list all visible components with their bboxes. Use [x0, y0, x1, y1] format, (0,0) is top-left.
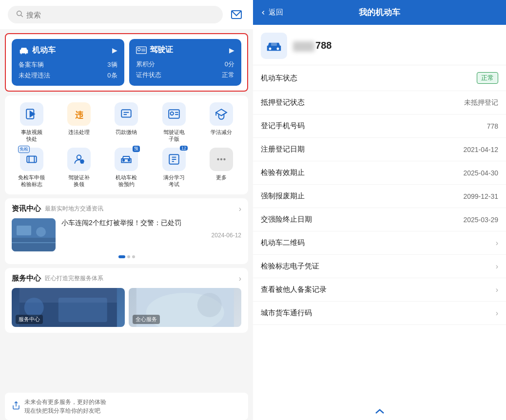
detail-row-status: 机动车状态 正常: [253, 65, 506, 91]
detail-label-qr: 机动车二维码: [261, 238, 305, 248]
service-fine[interactable]: 罚款缴纳: [104, 102, 149, 143]
right-panel: 返回 我的机动车 2842788 机动车状态 正常 抵押登记状态: [253, 0, 506, 420]
service-more[interactable]: 更多: [199, 148, 244, 188]
svg-point-24: [128, 159, 130, 161]
services-grid: 事故视频快处 违 违法处理 罚款缴纳: [9, 102, 244, 188]
svg-point-6: [137, 48, 140, 51]
svg-text:违: 违: [76, 110, 84, 120]
news-date: 2024-06-12: [61, 232, 241, 239]
detail-row-qr[interactable]: 机动车二维码 ›: [253, 231, 506, 255]
motor-vehicle-card[interactable]: 机动车 ▶ 备案车辆 3辆 未处理违法 0条: [12, 39, 124, 86]
left-footer: 未来会有更多服务，更好的体验 现在快把我分享给你的好友吧: [5, 393, 248, 420]
violation-icon: 违: [67, 102, 91, 126]
back-button[interactable]: 返回: [260, 8, 283, 17]
svg-point-30: [220, 158, 222, 160]
detail-label-phone: 登记手机号码: [261, 121, 305, 131]
svg-point-23: [123, 159, 124, 161]
sc-label-1: 服务中心: [16, 315, 43, 324]
dl-reissue-icon: 6: [67, 148, 91, 171]
dl-label-1: 累积分: [136, 60, 155, 69]
service-violation[interactable]: 违 违法处理: [56, 102, 101, 143]
sc-arrow[interactable]: ›: [239, 274, 241, 283]
detail-row-cert[interactable]: 检验标志电子凭证 ›: [253, 255, 506, 278]
detail-value-phone: 778: [487, 122, 498, 130]
share-icon: [12, 401, 20, 412]
svg-point-31: [224, 158, 226, 160]
service-label-fine: 罚款缴纳: [116, 129, 137, 135]
detail-value-scrap-date: 2099-12-31: [463, 192, 498, 200]
fine-icon: [115, 102, 138, 126]
car-val-1: 3辆: [107, 60, 117, 69]
dl-digital-icon: [162, 102, 186, 126]
svg-point-16: [170, 112, 174, 115]
dl-card-header: 驾驶证 ▶: [136, 45, 235, 55]
svg-point-29: [217, 158, 219, 160]
detail-arrow-qr: ›: [496, 239, 498, 248]
svg-point-3: [21, 51, 22, 52]
detail-label-truck-code: 城市货车通行码: [261, 308, 312, 318]
sc-title: 服务中心: [12, 274, 41, 283]
detail-list: 机动车状态 正常 抵押登记状态 未抵押登记 登记手机号码 778 注册登记日期 …: [253, 65, 506, 403]
cards-section: 机动车 ▶ 备案车辆 3辆 未处理违法 0条: [5, 33, 248, 92]
plate-visible: 788: [315, 40, 331, 51]
service-label-accident: 事故视频快处: [21, 129, 42, 143]
service-full-score-exam[interactable]: 12 满分学习考试: [151, 148, 196, 188]
svg-point-36: [36, 227, 46, 237]
card-header: 机动车 ▶: [19, 45, 117, 56]
news-thumbnail: [12, 218, 56, 251]
bottom-chevron[interactable]: [253, 403, 506, 420]
detail-row-truck-code[interactable]: 城市货车通行码 ›: [253, 302, 506, 325]
detail-row-records[interactable]: 查看被他人备案记录 ›: [253, 278, 506, 302]
detail-value-status: 正常: [477, 72, 498, 84]
svg-line-1: [21, 15, 23, 17]
dl-title: 驾驶证: [150, 45, 173, 55]
detail-value-reg-date: 2021-04-12: [463, 146, 498, 153]
dot-2: [127, 255, 130, 258]
dl-val-2: 正常: [222, 71, 234, 79]
svg-rect-35: [17, 226, 31, 235]
service-dl-reissue[interactable]: 6 驾驶证补换领: [56, 148, 101, 188]
sc-image-1[interactable]: 服务中心: [12, 288, 125, 327]
detail-row-mortgage: 抵押登记状态 未抵押登记: [253, 91, 506, 115]
left-panel: 机动车 ▶ 备案车辆 3辆 未处理违法 0条: [0, 0, 253, 420]
service-dl-digital[interactable]: 驾驶证电子版: [151, 102, 196, 143]
news-content: 小车连闯2个红灯被举报！交警：已处罚 2024-06-12: [61, 218, 241, 239]
news-article-title: 小车连闯2个红灯被举报！交警：已处罚: [61, 218, 241, 228]
vehicle-plate: 2842788: [293, 40, 331, 51]
mail-button[interactable]: [228, 6, 245, 23]
service-exempt-inspection[interactable]: 免检 免检车申领检验标志: [9, 148, 54, 188]
service-label-exempt: 免检车申领检验标志: [18, 174, 45, 188]
search-input-wrap[interactable]: [8, 6, 223, 23]
svg-rect-12: [122, 110, 132, 117]
full-score-exam-icon: 12: [162, 148, 186, 171]
car-label-1: 备案车辆: [19, 60, 44, 69]
service-inspection-appt[interactable]: 预 机动车检验预约: [104, 148, 149, 188]
sc-label-2: 全心服务: [133, 315, 160, 324]
driver-license-card[interactable]: 驾驶证 ▶ 累积分 0分 证件状态 正常: [129, 39, 242, 86]
detail-label-reg-date: 注册登记日期: [261, 145, 305, 154]
sc-image-2[interactable]: 全心服务: [129, 288, 242, 327]
cards-row: 机动车 ▶ 备案车辆 3辆 未处理违法 0条: [12, 39, 241, 86]
vehicle-icon-box: [261, 33, 287, 59]
search-icon: [16, 10, 23, 19]
service-label-violation: 违法处理: [68, 129, 90, 135]
exempt-inspection-icon: 免检: [20, 148, 43, 171]
car-row-1: 备案车辆 3辆: [19, 60, 117, 69]
svg-point-45: [269, 48, 272, 50]
news-arrow[interactable]: ›: [239, 205, 241, 213]
service-study[interactable]: 学法减分: [199, 102, 244, 143]
news-item[interactable]: 小车连闯2个红灯被举报！交警：已处罚 2024-06-12: [12, 218, 241, 251]
inspection-appt-icon: 预: [115, 148, 138, 171]
accident-video-icon: [20, 102, 43, 126]
news-header-left: 资讯中心 最新实时地方交通资讯: [12, 204, 103, 213]
svg-point-46: [277, 48, 279, 50]
service-label-dl-digital: 驾驶证电子版: [163, 129, 185, 143]
service-center-section: 服务中心 匠心打造完整服务体系 › 服务中心: [5, 268, 248, 333]
news-title: 资讯中心: [12, 204, 41, 213]
search-input[interactable]: [26, 11, 215, 19]
footer-line1: 未来会有更多服务，更好的体验: [24, 398, 106, 406]
right-header: 返回 我的机动车: [253, 0, 506, 25]
svg-point-4: [25, 51, 27, 52]
vehicle-plate-display: 2842788: [293, 40, 331, 51]
service-accident-video[interactable]: 事故视频快处: [9, 102, 54, 143]
